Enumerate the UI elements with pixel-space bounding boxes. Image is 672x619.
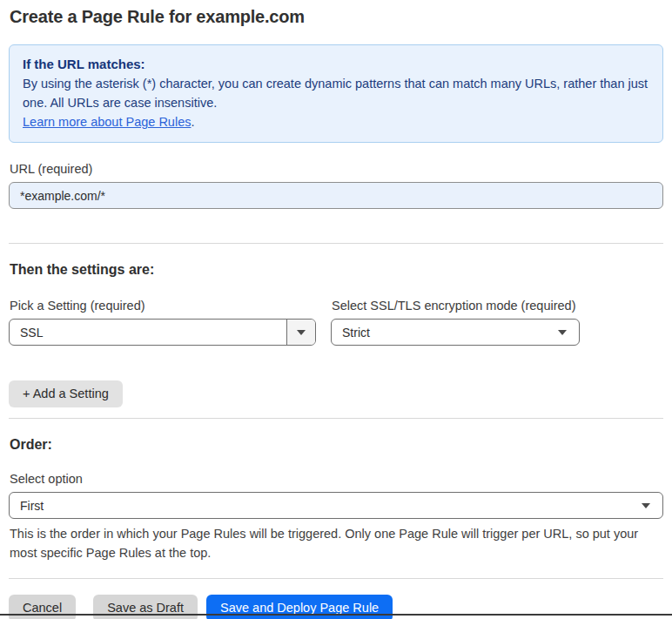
dropdown-arrow-segment[interactable]: [286, 320, 315, 345]
window-bottom-edge: [0, 614, 672, 616]
order-section-heading: Order:: [10, 437, 663, 453]
section-divider: [9, 418, 663, 419]
chevron-down-icon: [297, 330, 306, 335]
info-box-heading: If the URL matches:: [23, 55, 649, 74]
chevron-down-icon: [642, 503, 650, 508]
section-divider: [9, 243, 663, 244]
page-title: Create a Page Rule for example.com: [10, 7, 663, 27]
order-select-label: Select option: [10, 472, 663, 486]
info-box-body: By using the asterisk (*) character, you…: [23, 74, 649, 112]
add-setting-button[interactable]: + Add a Setting: [9, 380, 123, 407]
ssl-mode-value: Strict: [332, 326, 579, 340]
order-value: First: [10, 499, 662, 513]
chevron-down-icon: [558, 330, 567, 335]
settings-section-heading: Then the settings are:: [10, 262, 663, 278]
section-divider: [9, 578, 663, 579]
pick-setting-value: SSL: [10, 326, 286, 340]
ssl-mode-label: Select SSL/TLS encryption mode (required…: [332, 299, 580, 313]
pick-setting-column: Pick a Setting (required) SSL: [9, 279, 316, 346]
url-field-label: URL (required): [10, 162, 663, 176]
url-input[interactable]: [9, 182, 663, 209]
url-match-info-box: If the URL matches: By using the asteris…: [9, 44, 663, 143]
ssl-mode-column: Select SSL/TLS encryption mode (required…: [331, 279, 580, 346]
order-help-text: This is the order in which your Page Rul…: [10, 524, 661, 562]
settings-row: Pick a Setting (required) SSL Select SSL…: [9, 279, 663, 346]
ssl-mode-dropdown[interactable]: Strict: [331, 319, 580, 346]
info-box-link-line: Learn more about Page Rules.: [23, 112, 649, 131]
order-dropdown[interactable]: First: [9, 492, 663, 519]
pick-setting-dropdown[interactable]: SSL: [9, 319, 316, 346]
create-page-rule-dialog: Create a Page Rule for example.com If th…: [0, 0, 672, 619]
learn-more-link[interactable]: Learn more about Page Rules: [23, 115, 191, 129]
link-suffix: .: [191, 115, 194, 129]
pick-setting-label: Pick a Setting (required): [10, 299, 316, 313]
info-box-body-text: By using the asterisk (*) character, you…: [23, 77, 648, 110]
